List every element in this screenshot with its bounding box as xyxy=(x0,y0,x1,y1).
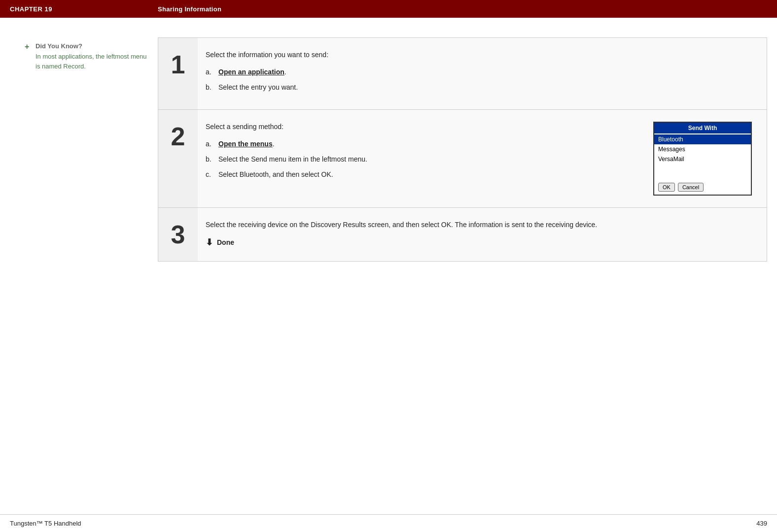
footer-brand-suffix: Handheld xyxy=(52,520,81,527)
send-with-dialog: Send With Bluetooth Messages VersaMail O… xyxy=(653,122,752,196)
list-label-2b: b. xyxy=(206,154,214,165)
header-bar: CHAPTER 19 Sharing Information xyxy=(0,0,777,18)
dialog-ok-button[interactable]: OK xyxy=(658,183,675,192)
dialog-item-messages[interactable]: Messages xyxy=(654,144,751,154)
suffix-2a: . xyxy=(273,140,275,148)
dialog-buttons: OK Cancel xyxy=(654,180,751,195)
step-2: 2 Select a sending method: a. Open the m… xyxy=(158,110,767,208)
dialog-item-versaMail[interactable]: VersaMail xyxy=(654,154,751,164)
done-section: ⬇ Done xyxy=(206,237,752,248)
step-3-number: 3 xyxy=(171,222,185,247)
list-text-2b: Select the Send menu item in the leftmos… xyxy=(218,154,638,165)
list-text-2a: Open the menus. xyxy=(218,139,638,149)
list-text-b: Select the entry you want. xyxy=(218,82,752,93)
chapter-title: Sharing Information xyxy=(158,5,221,13)
list-text-a: Open an application. xyxy=(218,67,752,77)
step-2-text: Select a sending method: a. Open the men… xyxy=(206,122,638,185)
list-item: a. Open an application. xyxy=(206,67,752,77)
open-menus-link[interactable]: Open the menus xyxy=(218,140,273,148)
list-item: c. Select Bluetooth, and then select OK. xyxy=(206,169,638,180)
done-icon: ⬇ xyxy=(206,237,213,248)
list-label-b: b. xyxy=(206,82,214,93)
step-1-number-col: 1 xyxy=(158,38,198,109)
dialog-body: Bluetooth Messages VersaMail xyxy=(654,133,751,180)
step-2-inner: Select a sending method: a. Open the men… xyxy=(206,122,752,196)
sidebar: + Did You Know? In most applications, th… xyxy=(10,37,158,262)
plus-icon: + xyxy=(25,42,33,51)
list-label-a: a. xyxy=(206,67,214,77)
step-3-intro: Select the receiving device on the Disco… xyxy=(206,220,752,230)
step-2-intro: Select a sending method: xyxy=(206,122,638,132)
dialog-cancel-button[interactable]: Cancel xyxy=(678,183,704,192)
dialog-titlebar: Send With xyxy=(654,123,751,133)
step-2-list: a. Open the menus. b. Select the Send me… xyxy=(206,139,638,180)
step-2-number: 2 xyxy=(171,124,185,149)
dialog-item-bluetooth[interactable]: Bluetooth xyxy=(654,134,751,144)
did-you-know-title: Did You Know? xyxy=(35,42,148,50)
steps-area: 1 Select the information you want to sen… xyxy=(158,37,767,262)
footer-page-number: 439 xyxy=(756,520,767,527)
step-3-number-col: 3 xyxy=(158,208,198,261)
list-item: b. Select the entry you want. xyxy=(206,82,752,93)
step-1: 1 Select the information you want to sen… xyxy=(158,38,767,110)
main-content: + Did You Know? In most applications, th… xyxy=(0,18,777,281)
chapter-label: CHAPTER 19 xyxy=(10,5,158,13)
open-application-link[interactable]: Open an application xyxy=(218,68,284,76)
step-1-content: Select the information you want to send:… xyxy=(198,38,767,109)
did-you-know-block: + Did You Know? In most applications, th… xyxy=(25,42,148,71)
footer-brand-name: Tungsten™ T5 xyxy=(10,520,52,527)
step-3-content: Select the receiving device on the Disco… xyxy=(198,208,767,261)
done-label: Done xyxy=(217,238,234,246)
step-2-content: Select a sending method: a. Open the men… xyxy=(198,110,767,207)
did-you-know-text: In most applications, the leftmost menu … xyxy=(35,52,148,71)
list-item: b. Select the Send menu item in the left… xyxy=(206,154,638,165)
footer: Tungsten™ T5 Handheld 439 xyxy=(0,514,777,532)
step-3: 3 Select the receiving device on the Dis… xyxy=(158,208,767,261)
footer-brand: Tungsten™ T5 Handheld xyxy=(10,520,81,527)
list-item: a. Open the menus. xyxy=(206,139,638,149)
step-2-number-col: 2 xyxy=(158,110,198,207)
list-label-2a: a. xyxy=(206,139,214,149)
step-1-list: a. Open an application. b. Select the en… xyxy=(206,67,752,93)
list-text-2c: Select Bluetooth, and then select OK. xyxy=(218,169,638,180)
step-1-intro: Select the information you want to send: xyxy=(206,50,752,60)
list-label-2c: c. xyxy=(206,169,214,180)
suffix-a: . xyxy=(284,68,286,76)
step-1-number: 1 xyxy=(171,52,185,77)
